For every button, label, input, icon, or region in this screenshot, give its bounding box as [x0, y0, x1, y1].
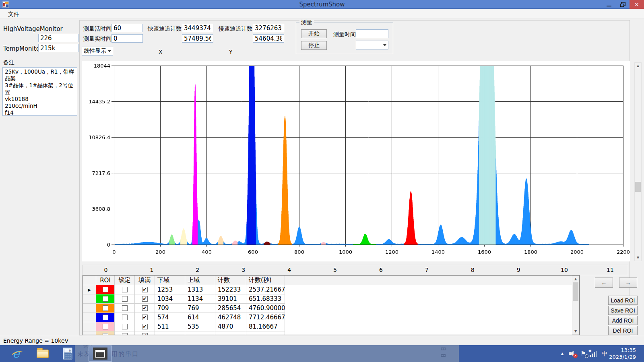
notes-textbox[interactable]: 25Kv，1000Ua，R1，带样品架 3#晶体，1#晶体架，2号位置 vk10… [2, 67, 77, 116]
roi-table[interactable]: ROI 锁定 填满 下域 上域 计数 计数(秒) ▶✔1253131315223… [83, 275, 580, 335]
lock-checkbox[interactable] [122, 324, 128, 329]
fill-checkbox[interactable]: ✔ [142, 315, 148, 320]
lock-checkbox[interactable] [122, 296, 128, 302]
fill-cell[interactable]: ✔ [135, 313, 155, 322]
scroll-up-icon[interactable]: ▲ [572, 276, 579, 282]
header-count[interactable]: 计数 [215, 276, 246, 285]
del-roi-button[interactable]: Del ROI [608, 326, 638, 335]
lower-bound-cell[interactable]: 1253 [155, 285, 185, 294]
row-header-cell[interactable] [83, 313, 96, 322]
stop-button[interactable]: 停止 [301, 41, 327, 50]
row-header-cell[interactable] [83, 331, 96, 335]
roi-table-row[interactable]: ▶✔125313131522332537.21667 [83, 285, 579, 294]
fill-cell[interactable]: ✔ [135, 331, 155, 335]
lock-checkbox[interactable] [122, 333, 128, 335]
roi-color-cell[interactable] [96, 304, 115, 313]
fill-checkbox[interactable]: ✔ [142, 287, 148, 292]
save-roi-button[interactable]: Save ROI [608, 306, 638, 315]
add-roi-button[interactable]: Add ROI [608, 316, 638, 325]
upper-bound-cell[interactable]: 769 [185, 304, 215, 313]
lock-checkbox[interactable] [122, 305, 128, 311]
network-signal-icon[interactable]: ✱ [588, 345, 598, 362]
count-cell[interactable]: 152233 [215, 285, 246, 294]
taskbar-clock[interactable]: 13:35 2023/1/29 [609, 347, 636, 360]
roi-checkbox[interactable] [103, 287, 108, 292]
roi-color-cell[interactable] [96, 322, 115, 331]
roi-checkbox[interactable] [103, 333, 108, 335]
lock-cell[interactable] [115, 331, 135, 335]
ime-indicator[interactable]: 中 [600, 345, 609, 362]
lock-cell[interactable] [115, 294, 135, 304]
fill-cell[interactable]: ✔ [135, 294, 155, 304]
slow-count-input[interactable] [253, 24, 284, 32]
real-time-input[interactable] [111, 34, 143, 43]
menu-file[interactable]: 文件 [5, 10, 23, 19]
roi-checkbox[interactable] [103, 324, 108, 329]
display-mode-combo[interactable]: 线性显示 [82, 47, 113, 56]
fill-checkbox[interactable]: ✔ [142, 305, 148, 311]
volume-muted-icon[interactable]: ✕ [568, 345, 578, 362]
roi-color-cell[interactable] [96, 331, 115, 335]
fill-cell[interactable]: ✔ [135, 285, 155, 294]
header-upper[interactable]: 上域 [185, 276, 215, 285]
fill-cell[interactable]: ✔ [135, 304, 155, 313]
fill-checkbox[interactable]: ✔ [142, 324, 148, 329]
roi-table-row[interactable]: ✔5746144627487712.46667 [83, 313, 579, 322]
start-button[interactable]: 开始 [301, 29, 327, 38]
header-lock[interactable]: 锁定 [115, 276, 135, 285]
lower-bound-cell[interactable]: 1034 [155, 294, 185, 304]
count-cell[interactable]: 4870 [215, 322, 246, 331]
fast-rate-input[interactable] [182, 34, 213, 43]
scroll-left-button[interactable]: ← [595, 278, 613, 288]
roi-checkbox[interactable] [103, 315, 108, 320]
close-button[interactable]: ✕ [630, 0, 644, 9]
temp-monitor-input[interactable] [38, 44, 79, 52]
restore-button[interactable] [616, 0, 630, 9]
minimize-button[interactable] [602, 0, 616, 9]
cps-cell[interactable]: 651.68333 [246, 294, 285, 304]
roi-table-scrollbar[interactable]: ▲ ▼ [572, 276, 579, 335]
row-header-cell[interactable]: ▶ [83, 285, 96, 294]
fast-count-input[interactable] [182, 24, 213, 32]
spectrum-canvas[interactable] [82, 61, 630, 261]
lock-cell[interactable] [115, 322, 135, 331]
roi-table-row[interactable]: ✔7097692856544760.90000 [83, 304, 579, 313]
roi-table-scrollbar-thumb[interactable] [573, 282, 578, 301]
background-dialog[interactable]: 选择 未发现可使用的串口 [75, 345, 459, 362]
lower-bound-cell[interactable]: 709 [155, 304, 185, 313]
fill-cell[interactable]: ✔ [135, 322, 155, 331]
cps-cell[interactable]: 7712.46667 [246, 313, 285, 322]
measure-time-input[interactable] [356, 29, 388, 38]
lower-bound-cell[interactable]: 511 [155, 322, 185, 331]
fill-checkbox[interactable]: ✔ [142, 296, 148, 302]
upper-bound-cell[interactable]: 535 [185, 322, 215, 331]
chart-scrollbar-thumb[interactable] [635, 182, 641, 192]
count-cell[interactable]: 285654 [215, 304, 246, 313]
row-header-cell[interactable] [83, 294, 96, 304]
count-cell[interactable] [215, 331, 246, 335]
row-header-cell[interactable] [83, 322, 96, 331]
taskbar-ie-button[interactable]: e [7, 345, 25, 362]
row-header-cell[interactable] [83, 304, 96, 313]
measure-combo[interactable] [356, 41, 388, 49]
taskbar-explorer-button[interactable] [34, 345, 52, 362]
load-roi-button[interactable]: Load ROI [608, 296, 638, 305]
lower-bound-cell[interactable]: 574 [155, 313, 185, 322]
roi-table-row[interactable]: ✔1034113439101651.68333 [83, 294, 579, 304]
roi-color-cell[interactable] [96, 294, 115, 304]
cps-cell[interactable]: 81.16667 [246, 322, 285, 331]
live-time-input[interactable] [111, 24, 143, 32]
taskbar-active-app-button[interactable] [89, 346, 112, 362]
lock-cell[interactable] [115, 313, 135, 322]
roi-checkbox[interactable] [103, 296, 108, 302]
chart-scrollbar[interactable]: ▲ ▼ [634, 62, 642, 261]
taskbar-calculator-button[interactable] [59, 345, 76, 362]
header-fill[interactable]: 填满 [135, 276, 155, 285]
header-cps[interactable]: 计数(秒) [246, 276, 285, 285]
tray-expand-icon[interactable]: ▲ [559, 345, 566, 362]
roi-checkbox[interactable] [103, 305, 108, 311]
upper-bound-cell[interactable]: 1313 [185, 285, 215, 294]
scroll-down-icon[interactable]: ▼ [572, 328, 579, 334]
upper-bound-cell[interactable]: 1134 [185, 294, 215, 304]
header-lower[interactable]: 下域 [155, 276, 185, 285]
